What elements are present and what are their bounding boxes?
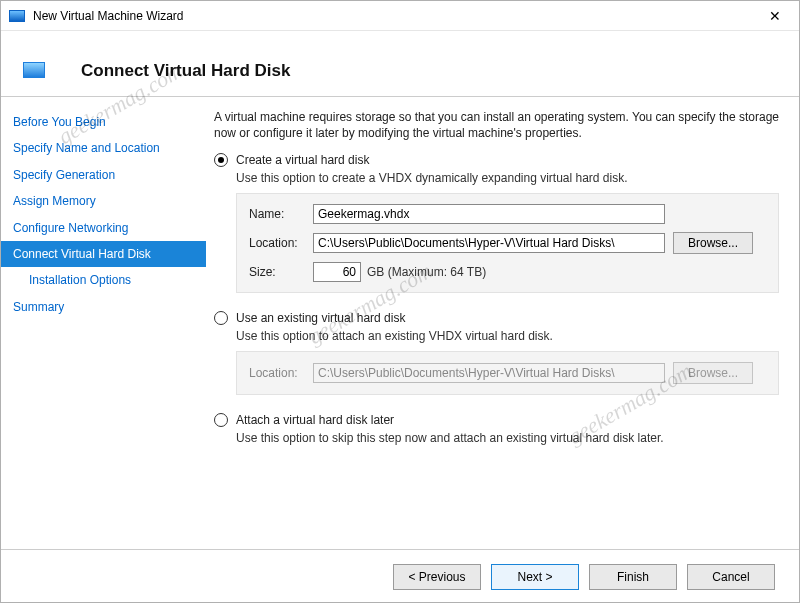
- wizard-header: Connect Virtual Hard Disk: [1, 31, 799, 97]
- option-existing-vhd[interactable]: Use an existing virtual hard disk: [214, 311, 779, 325]
- create-vhd-fields: Name: Location: Browse... Size: GB (Maxi…: [236, 193, 779, 293]
- finish-button[interactable]: Finish: [589, 564, 677, 590]
- option-later-label: Attach a virtual hard disk later: [236, 413, 394, 427]
- close-icon[interactable]: ✕: [755, 8, 795, 24]
- vhd-size-input[interactable]: [313, 262, 361, 282]
- wizard-step[interactable]: Summary: [1, 294, 206, 320]
- location-label: Location:: [249, 236, 313, 250]
- browse-button-disabled: Browse...: [673, 362, 753, 384]
- wizard-step[interactable]: Assign Memory: [1, 188, 206, 214]
- existing-location-input: [313, 363, 665, 383]
- cancel-button[interactable]: Cancel: [687, 564, 775, 590]
- option-existing-desc: Use this option to attach an existing VH…: [236, 329, 779, 343]
- next-button[interactable]: Next >: [491, 564, 579, 590]
- vhd-name-input[interactable]: [313, 204, 665, 224]
- previous-button[interactable]: < Previous: [393, 564, 481, 590]
- wizard-step[interactable]: Connect Virtual Hard Disk: [1, 241, 206, 267]
- window-title: New Virtual Machine Wizard: [33, 9, 755, 23]
- existing-location-label: Location:: [249, 366, 313, 380]
- page-title: Connect Virtual Hard Disk: [81, 61, 290, 81]
- option-later-desc: Use this option to skip this step now an…: [236, 431, 779, 445]
- size-label: Size:: [249, 265, 313, 279]
- option-create-vhd[interactable]: Create a virtual hard disk: [214, 153, 779, 167]
- option-create-desc: Use this option to create a VHDX dynamic…: [236, 171, 779, 185]
- name-label: Name:: [249, 207, 313, 221]
- intro-text: A virtual machine requires storage so th…: [214, 109, 779, 141]
- wizard-step[interactable]: Before You Begin: [1, 109, 206, 135]
- wizard-footer: < Previous Next > Finish Cancel: [1, 549, 799, 603]
- option-attach-later[interactable]: Attach a virtual hard disk later: [214, 413, 779, 427]
- vhd-location-input[interactable]: [313, 233, 665, 253]
- existing-vhd-fields: Location: Browse...: [236, 351, 779, 395]
- wizard-step[interactable]: Installation Options: [1, 267, 206, 293]
- titlebar: New Virtual Machine Wizard ✕: [1, 1, 799, 31]
- size-suffix: GB (Maximum: 64 TB): [367, 265, 486, 279]
- wizard-step[interactable]: Specify Name and Location: [1, 135, 206, 161]
- browse-button[interactable]: Browse...: [673, 232, 753, 254]
- radio-icon: [214, 153, 228, 167]
- wizard-icon: [23, 62, 45, 78]
- wizard-steps-sidebar: Before You BeginSpecify Name and Locatio…: [1, 97, 206, 549]
- radio-icon: [214, 311, 228, 325]
- radio-icon: [214, 413, 228, 427]
- option-create-label: Create a virtual hard disk: [236, 153, 369, 167]
- app-icon: [9, 10, 25, 22]
- wizard-content: A virtual machine requires storage so th…: [206, 97, 799, 549]
- wizard-step[interactable]: Specify Generation: [1, 162, 206, 188]
- option-existing-label: Use an existing virtual hard disk: [236, 311, 405, 325]
- wizard-step[interactable]: Configure Networking: [1, 215, 206, 241]
